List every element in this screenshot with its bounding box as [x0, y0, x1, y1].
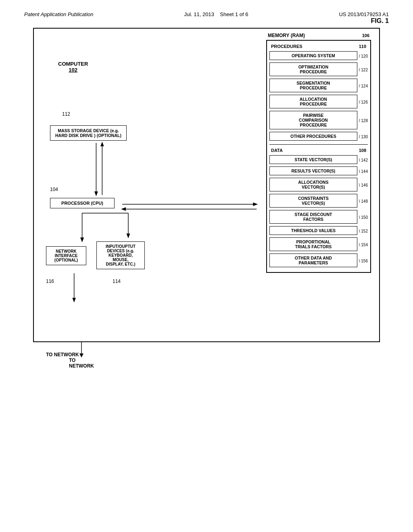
constraints-box: CONSTRAINTSVECTOR(S) [269, 194, 357, 208]
state-row: STATE VECTOR(S) \ 142 [269, 155, 368, 165]
threshold-box: THRESHOLD VALUES [269, 226, 357, 235]
seg-box: SEGMENTATIONPROCEDURE [269, 79, 357, 92]
os-row: OPERATING SYSTEM / 120 [269, 51, 368, 61]
svg-marker-11 [79, 353, 83, 357]
other-data-box: OTHER DATA ANDPARAMETERS [269, 254, 357, 267]
pair-box: PAIRWISECOMPARISONPROCEDURE [269, 111, 357, 129]
other-proc-box: OTHER PROCEDURES [269, 132, 357, 141]
label-104: 104 [50, 187, 58, 192]
threshold-row: THRESHOLD VALUES \ 152 [269, 226, 368, 236]
to-network-text: TO NETWORK [69, 357, 94, 369]
label-116: 116 [46, 278, 54, 284]
allocations-row: ALLOCATIONSVECTOR(S) \ 146 [269, 178, 368, 193]
to-network-arrow [77, 342, 86, 358]
fig-label: FIG. 1 [0, 17, 413, 25]
diagram-container: COMPUTER 102 MASS STORAGE DEVICE (e.g. H… [33, 28, 380, 342]
proportional-row: PROPORTIONALTRIALS FACTORS \ 154 [269, 237, 368, 252]
procedures-header: PROCEDURES 110 [269, 43, 368, 50]
processor-box: PROCESSOR (CPU) [50, 198, 115, 208]
memory-box: PROCEDURES 110 OPERATING SYSTEM / 120 OP… [266, 40, 371, 273]
header-center: Jul. 11, 2013 Sheet 1 of 6 [184, 11, 248, 17]
pair-row: PAIRWISECOMPARISONPROCEDURE / 128 [269, 111, 368, 131]
stage-box: STAGE DISCOUNTFACTORS [269, 210, 357, 224]
os-box: OPERATING SYSTEM [269, 51, 357, 60]
stage-row: STAGE DISCOUNTFACTORS \ 150 [269, 210, 368, 225]
input-output-box: INPUT/OUPTUT DEVICES (e.g. KEYBOARD, MOU… [96, 241, 145, 269]
opt-box: OPTIMIZATIONPROCEDURE [269, 62, 357, 76]
page-header: Patent Application Publication Jul. 11, … [0, 0, 413, 17]
state-box: STATE VECTOR(S) [269, 155, 357, 164]
constraints-row: CONSTRAINTSVECTOR(S) \ 148 [269, 194, 368, 209]
alloc-row: ALLOCATIONPROCEDURE / 126 [269, 95, 368, 110]
results-box: RESULTS VECTOR(S) [269, 166, 357, 175]
header-left: Patent Application Publication [24, 11, 94, 17]
other-proc-row: OTHER PROCEDURES / 130 [269, 132, 368, 142]
network-box: NETWORK INTERFACE (OPTIONAL) [46, 246, 86, 265]
alloc-box: ALLOCATIONPROCEDURE [269, 95, 357, 108]
header-right: US 2013/0179253 A1 [339, 11, 389, 17]
seg-row: SEGMENTATIONPROCEDURE / 124 [269, 79, 368, 94]
label-112: 112 [62, 111, 70, 117]
right-column: MEMORY (RAM) 106 PROCEDURES 110 OPERATIN… [266, 33, 371, 273]
memory-header: MEMORY (RAM) 106 [266, 33, 371, 38]
data-header: DATA 108 [269, 147, 368, 154]
proportional-box: PROPORTIONALTRIALS FACTORS [269, 237, 357, 251]
allocations-box: ALLOCATIONSVECTOR(S) [269, 178, 357, 191]
results-row: RESULTS VECTOR(S) \ 144 [269, 166, 368, 177]
opt-row: OPTIMIZATIONPROCEDURE / 122 [269, 62, 368, 77]
computer-label: COMPUTER 102 [58, 61, 88, 73]
other-data-row: OTHER DATA ANDPARAMETERS \ 156 [269, 254, 368, 268]
label-114: 114 [113, 278, 121, 284]
mass-storage-box: MASS STORAGE DEVICE (e.g. HARD DISK DRIV… [50, 125, 127, 141]
